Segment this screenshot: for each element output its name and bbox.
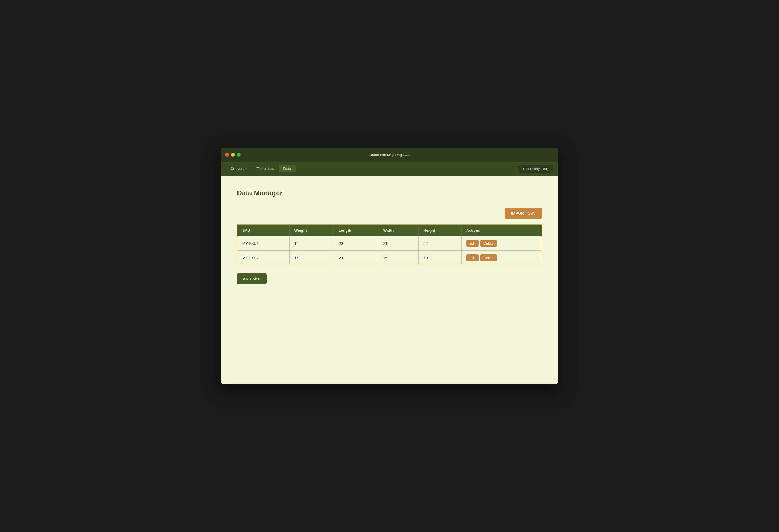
col-actions: Actions <box>462 224 542 237</box>
cell-weight: 10 <box>289 236 334 251</box>
cell-width: 21 <box>378 236 418 251</box>
cell-height: 10 <box>418 251 461 265</box>
trial-badge[interactable]: Trial (7 days left) <box>518 164 553 173</box>
window-title: Batch File Shipping 1.21 <box>369 153 410 157</box>
close-button[interactable] <box>225 153 229 156</box>
col-weight: Weight <box>289 224 334 237</box>
page-title: Data Manager <box>237 189 542 197</box>
row-actions: EditDelete <box>466 240 537 247</box>
cell-weight: 15 <box>289 251 334 265</box>
table-body: MY-SKU110202122EditDeleteMY-SKU215201510… <box>237 236 542 265</box>
window-controls <box>225 153 241 156</box>
col-height: Height <box>418 224 461 237</box>
app-window: Batch File Shipping 1.21 Converter Templ… <box>221 148 558 384</box>
col-sku: SKU <box>237 224 290 237</box>
cell-length: 20 <box>334 251 378 265</box>
toolbar: IMPORT CSV <box>237 208 542 219</box>
add-sku-button[interactable]: ADD SKU <box>237 273 266 284</box>
table-container: SKU Weight Length Width Height Actions M… <box>237 224 542 265</box>
maximize-button[interactable] <box>237 153 241 156</box>
cell-height: 22 <box>418 236 461 251</box>
cell-width: 15 <box>378 251 418 265</box>
nav-item-templates[interactable]: Templates <box>252 165 278 172</box>
minimize-button[interactable] <box>231 153 235 156</box>
row-actions: EditDelete <box>466 255 537 261</box>
nav-item-data[interactable]: Data <box>279 165 296 172</box>
edit-button-row-0[interactable]: Edit <box>466 240 479 247</box>
delete-button-row-0[interactable]: Delete <box>480 240 497 247</box>
header-row: SKU Weight Length Width Height Actions <box>237 224 542 237</box>
table-header: SKU Weight Length Width Height Actions <box>237 224 542 237</box>
main-content: Data Manager IMPORT CSV SKU Weight Lengt… <box>221 176 558 384</box>
col-length: Length <box>334 224 378 237</box>
cell-sku: MY-SKU1 <box>237 236 290 251</box>
cell-actions: EditDelete <box>462 251 542 265</box>
table-row: MY-SKU110202122EditDelete <box>237 236 542 251</box>
titlebar: Batch File Shipping 1.21 <box>221 148 558 161</box>
edit-button-row-1[interactable]: Edit <box>466 255 479 261</box>
col-width: Width <box>378 224 418 237</box>
cell-sku: MY-SKU2 <box>237 251 290 265</box>
delete-button-row-1[interactable]: Delete <box>480 255 497 261</box>
navbar: Converter Templates Data Trial (7 days l… <box>221 161 558 176</box>
cell-length: 20 <box>334 236 378 251</box>
table-row: MY-SKU215201510EditDelete <box>237 251 542 265</box>
cell-actions: EditDelete <box>462 236 542 251</box>
sku-table: SKU Weight Length Width Height Actions M… <box>237 224 542 265</box>
nav-item-converter[interactable]: Converter <box>226 165 251 172</box>
import-csv-button[interactable]: IMPORT CSV <box>504 208 542 219</box>
